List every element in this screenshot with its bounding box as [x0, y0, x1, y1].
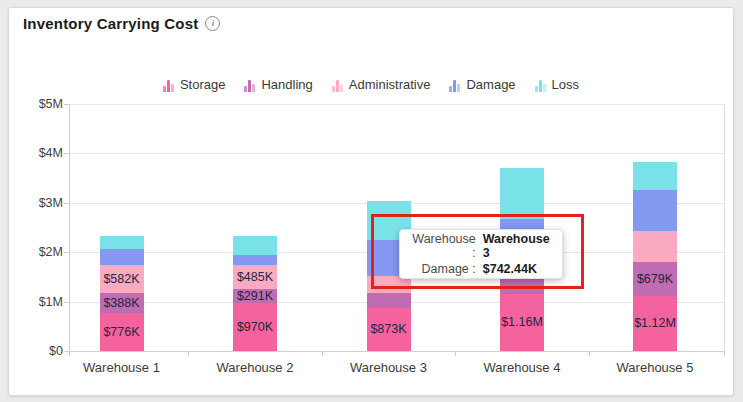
tooltip-row-label: Warehouse : — [406, 232, 476, 260]
bar-segment-loss-warehouse-2[interactable] — [233, 236, 277, 254]
inventory-carrying-cost-card: Inventory Carrying Cost i StorageHandlin… — [8, 7, 734, 396]
tooltip-row-value: $742.44K — [483, 262, 556, 276]
bar-segment-handling-warehouse-2[interactable]: $291K — [233, 289, 277, 303]
y-axis-tick-label: $5M — [17, 97, 63, 111]
bar-segment-data-label: $388K — [103, 296, 139, 310]
bar-segment-handling-warehouse-1[interactable]: $388K — [100, 293, 144, 312]
x-axis-label-warehouse-2: Warehouse 2 — [195, 360, 315, 375]
tooltip-row-label: Damage : — [406, 262, 476, 276]
x-axis-tick-mark — [589, 351, 590, 356]
bar-segment-storage-warehouse-1[interactable]: $776K — [100, 313, 144, 351]
x-axis-tick-mark — [188, 351, 189, 356]
bar-segment-data-label: $679K — [637, 272, 673, 286]
bar-segment-storage-warehouse-5[interactable]: $1.12M — [633, 296, 677, 351]
bar-segment-loss-warehouse-1[interactable] — [100, 236, 144, 249]
bar-segment-damage-warehouse-5[interactable] — [633, 190, 677, 231]
bar-segment-data-label: $291K — [237, 289, 273, 303]
x-axis-label-warehouse-1: Warehouse 1 — [62, 360, 182, 375]
bar-segment-storage-warehouse-2[interactable]: $970K — [233, 303, 277, 351]
bar-segment-administrative-warehouse-1[interactable]: $582K — [100, 265, 144, 294]
bar-segment-damage-warehouse-1[interactable] — [100, 249, 144, 264]
bar-segment-data-label: $776K — [103, 325, 139, 339]
x-axis-label-warehouse-4: Warehouse 4 — [462, 360, 582, 375]
x-axis-tick-mark — [724, 351, 725, 356]
y-axis-tick-label: $1M — [17, 295, 63, 309]
bar-segment-data-label: $1.16M — [501, 315, 543, 329]
x-axis-tick-mark — [69, 351, 70, 356]
bar-segment-damage-warehouse-2[interactable] — [233, 255, 277, 265]
bar-segment-storage-warehouse-4[interactable]: $1.16M — [500, 294, 544, 351]
bar-segment-handling-warehouse-3[interactable] — [367, 293, 411, 308]
y-axis-tick-label: $3M — [17, 196, 63, 210]
x-axis-tick-mark — [455, 351, 456, 356]
bar-segment-data-label: $1.12M — [634, 316, 676, 330]
gridline — [69, 104, 724, 105]
bar-segment-loss-warehouse-4[interactable] — [500, 168, 544, 219]
y-axis-tick-label: $0 — [17, 344, 63, 358]
gridline — [69, 153, 724, 154]
x-axis-label-warehouse-3: Warehouse 3 — [329, 360, 449, 375]
bar-segment-data-label: $582K — [103, 272, 139, 286]
plot-right-border — [724, 104, 725, 351]
x-axis-label-warehouse-5: Warehouse 5 — [595, 360, 715, 375]
bar-segment-loss-warehouse-5[interactable] — [633, 162, 677, 189]
stacked-bar-chart: $0$1M$2M$3M$4M$5M$776K$388K$582KWarehous… — [9, 8, 733, 395]
x-axis-line — [69, 351, 724, 352]
bar-segment-data-label: $873K — [370, 322, 406, 336]
y-axis-line — [69, 104, 70, 351]
x-axis-tick-mark — [322, 351, 323, 356]
bar-segment-storage-warehouse-3[interactable]: $873K — [367, 308, 411, 351]
y-axis-tick-label: $4M — [17, 146, 63, 160]
bar-segment-handling-warehouse-5[interactable]: $679K — [633, 262, 677, 296]
chart-tooltip: Warehouse : Warehouse 3 Damage : $742.44… — [399, 229, 563, 279]
bar-segment-data-label: $485K — [237, 270, 273, 284]
bar-segment-administrative-warehouse-2[interactable]: $485K — [233, 265, 277, 289]
tooltip-row-value: Warehouse 3 — [483, 232, 556, 260]
bar-segment-administrative-warehouse-5[interactable] — [633, 231, 677, 262]
bar-segment-data-label: $970K — [237, 320, 273, 334]
y-axis-tick-label: $2M — [17, 245, 63, 259]
